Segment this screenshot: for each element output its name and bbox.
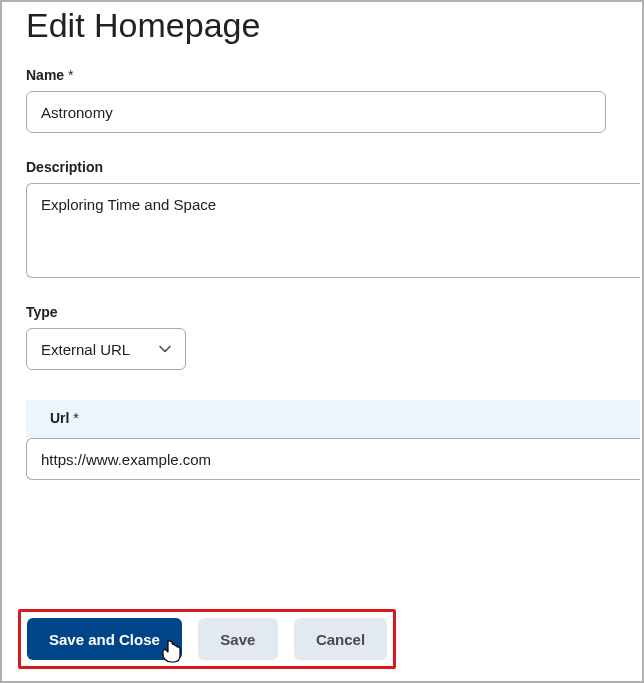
name-label: Name * xyxy=(26,67,618,83)
url-label: Url * xyxy=(40,410,626,426)
name-field-group: Name * xyxy=(26,67,618,133)
url-section: Url * xyxy=(26,400,640,438)
name-required-mark: * xyxy=(68,67,73,83)
cancel-label: Cancel xyxy=(316,631,365,648)
save-button[interactable]: Save xyxy=(198,618,278,660)
description-label: Description xyxy=(26,159,618,175)
cancel-button[interactable]: Cancel xyxy=(294,618,387,660)
page-title: Edit Homepage xyxy=(26,2,618,67)
type-label: Type xyxy=(26,304,618,320)
url-label-text: Url xyxy=(50,410,69,426)
description-textarea[interactable]: Exploring Time and Space xyxy=(26,183,640,278)
url-required-mark: * xyxy=(73,410,78,426)
pointer-cursor-icon xyxy=(158,638,184,664)
type-selected-value: External URL xyxy=(41,341,130,358)
button-bar-highlight: Save and Close Save Cancel xyxy=(18,609,396,669)
type-select[interactable]: External URL xyxy=(26,328,186,370)
save-and-close-label: Save and Close xyxy=(49,631,160,648)
description-field-group: Description Exploring Time and Space xyxy=(26,159,618,278)
save-and-close-button[interactable]: Save and Close xyxy=(27,618,182,660)
save-label: Save xyxy=(220,631,255,648)
url-input[interactable]: https://www.example.com xyxy=(26,438,640,480)
name-label-text: Name xyxy=(26,67,64,83)
chevron-down-icon xyxy=(159,343,171,355)
type-field-group: Type External URL xyxy=(26,304,618,370)
name-input[interactable] xyxy=(26,91,606,133)
